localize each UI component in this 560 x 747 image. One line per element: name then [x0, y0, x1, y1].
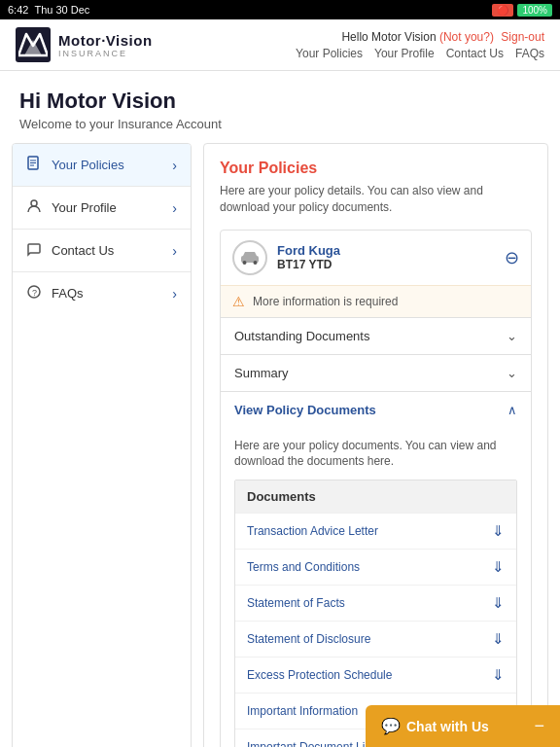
view-docs-chevron-icon: ∧ [508, 403, 517, 417]
download-icon[interactable]: ⇓ [492, 558, 505, 576]
svg-point-11 [243, 261, 247, 265]
car-icon [239, 251, 261, 265]
status-bar-right: 🔴 100% [492, 4, 552, 17]
summary-section: Summary ⌄ [221, 354, 531, 391]
chat-label: Chat with Us [406, 719, 489, 734]
sidebar: Your Policies › Your Profile › Contact U… [12, 143, 192, 747]
sidebar-item-faqs[interactable]: ? FAQs › [13, 272, 191, 314]
policy-name: Ford Kuga [277, 243, 340, 258]
outstanding-documents-section: Outstanding Documents ⌄ [221, 317, 531, 354]
header-right: Hello Motor Vision (Not you?) Sign-out Y… [296, 30, 544, 60]
battery-level: 100% [517, 4, 552, 17]
svg-marker-10 [243, 252, 257, 256]
doc-row: Statement of Facts ⇓ [235, 585, 516, 621]
docs-table-header: Documents [235, 480, 516, 513]
doc-link[interactable]: Statement of Facts [247, 596, 345, 610]
contact-icon [26, 241, 42, 260]
content-description: Here are your policy details. You can al… [220, 183, 532, 216]
view-docs-label: View Policy Documents [234, 403, 376, 417]
doc-link[interactable]: Important Information [247, 704, 358, 718]
view-docs-section: View Policy Documents ∧ Here are your po… [221, 391, 531, 747]
sidebar-label-policies: Your Policies [52, 158, 124, 172]
sidebar-label-contact: Contact Us [52, 243, 114, 258]
logo-text: Motor·Vision INSURANCE [58, 32, 153, 58]
status-bar: 6:42 Thu 30 Dec 🔴 100% [0, 0, 560, 19]
download-icon[interactable]: ⇓ [492, 594, 505, 612]
sidebar-label-faqs: FAQs [52, 286, 84, 301]
svg-text:?: ? [32, 288, 37, 298]
doc-link[interactable]: Transaction Advice Letter [247, 524, 378, 538]
policy-card: Ford Kuga BT17 YTD ⊖ ⚠ More information … [220, 230, 532, 747]
summary-label: Summary [234, 366, 289, 380]
main-layout: Your Policies › Your Profile › Contact U… [0, 143, 560, 747]
logo-subtitle: INSURANCE [58, 49, 153, 58]
chevron-contact-icon: › [172, 243, 177, 259]
chat-widget[interactable]: 💬 Chat with Us − [366, 705, 560, 747]
sidebar-label-profile: Your Profile [52, 200, 117, 215]
svg-marker-1 [24, 40, 42, 55]
warning-text: More information is required [253, 295, 398, 308]
warning-icon: ⚠ [232, 294, 245, 309]
profile-icon [26, 198, 42, 217]
outstanding-docs-chevron-icon: ⌄ [507, 329, 517, 343]
faqs-icon: ? [26, 284, 42, 302]
policy-reg: BT17 YTD [277, 258, 340, 271]
sidebar-item-your-policies[interactable]: Your Policies › [13, 144, 191, 187]
chat-bubble-icon: 💬 [381, 717, 401, 735]
view-docs-header[interactable]: View Policy Documents ∧ [221, 392, 531, 428]
time: 6:42 [8, 4, 28, 16]
battery-indicator: 🔴 [492, 4, 513, 17]
greeting-title: Hi Motor Vision [19, 89, 541, 114]
doc-row: Terms and Conditions ⇓ [235, 549, 516, 585]
nav-your-policies[interactable]: Your Policies [296, 47, 363, 60]
greeting-subtitle: Welcome to your Insurance Account [19, 117, 541, 131]
chat-minimize-button[interactable]: − [534, 716, 544, 736]
header: Motor·Vision INSURANCE Hello Motor Visio… [0, 19, 560, 71]
logo-title: Motor·Vision [58, 32, 153, 49]
svg-point-6 [31, 200, 37, 206]
car-icon-circle [232, 240, 267, 275]
policy-warning: ⚠ More information is required [221, 285, 531, 317]
greeting: Hi Motor Vision Welcome to your Insuranc… [0, 71, 560, 143]
summary-header[interactable]: Summary ⌄ [221, 355, 531, 391]
doc-link[interactable]: Excess Protection Schedule [247, 668, 392, 682]
doc-row: Statement of Disclosure ⇓ [235, 621, 516, 657]
download-icon[interactable]: ⇓ [492, 666, 505, 684]
nav-links: Your Policies Your Profile Contact Us FA… [296, 47, 544, 60]
logo-icon [18, 32, 48, 57]
chevron-faqs-icon: › [172, 286, 177, 302]
content-area: Your Policies Here are your policy detai… [203, 143, 548, 747]
docs-description: Here are your policy documents. You can … [234, 438, 517, 471]
not-you-link[interactable]: (Not you?) [439, 30, 494, 44]
nav-contact-us[interactable]: Contact Us [446, 47, 504, 60]
svg-point-12 [254, 261, 258, 265]
doc-row: Excess Protection Schedule ⇓ [235, 657, 516, 693]
policy-card-header: Ford Kuga BT17 YTD ⊖ [221, 231, 531, 285]
doc-link[interactable]: Terms and Conditions [247, 560, 360, 574]
doc-row: Transaction Advice Letter ⇓ [235, 513, 516, 549]
summary-chevron-icon: ⌄ [507, 366, 517, 380]
chevron-profile-icon: › [172, 200, 177, 216]
policy-collapse-button[interactable]: ⊖ [505, 247, 519, 268]
status-bar-left: 6:42 Thu 30 Dec [8, 4, 89, 16]
doc-link[interactable]: Important Document Links [247, 740, 383, 747]
download-icon[interactable]: ⇓ [492, 522, 505, 540]
logo-area: Motor·Vision INSURANCE [16, 27, 153, 62]
sign-out-link[interactable]: Sign-out [501, 30, 544, 44]
outstanding-documents-label: Outstanding Documents [234, 329, 369, 343]
policies-icon [26, 156, 42, 174]
sidebar-item-contact-us[interactable]: Contact Us › [13, 230, 191, 272]
download-icon[interactable]: ⇓ [492, 630, 505, 648]
hello-name: Hello Motor Vision [341, 30, 436, 44]
doc-link[interactable]: Statement of Disclosure [247, 632, 370, 646]
content-title: Your Policies [220, 160, 532, 177]
nav-faqs[interactable]: FAQs [515, 47, 544, 60]
nav-your-profile[interactable]: Your Profile [374, 47, 435, 60]
outstanding-documents-header[interactable]: Outstanding Documents ⌄ [221, 318, 531, 354]
docs-section: Here are your policy documents. You can … [221, 428, 531, 747]
date: Thu 30 Dec [34, 4, 89, 16]
hello-text: Hello Motor Vision (Not you?) Sign-out [296, 30, 544, 44]
sidebar-item-your-profile[interactable]: Your Profile › [13, 187, 191, 230]
chevron-policies-icon: › [172, 158, 177, 173]
logo-box [16, 27, 51, 62]
